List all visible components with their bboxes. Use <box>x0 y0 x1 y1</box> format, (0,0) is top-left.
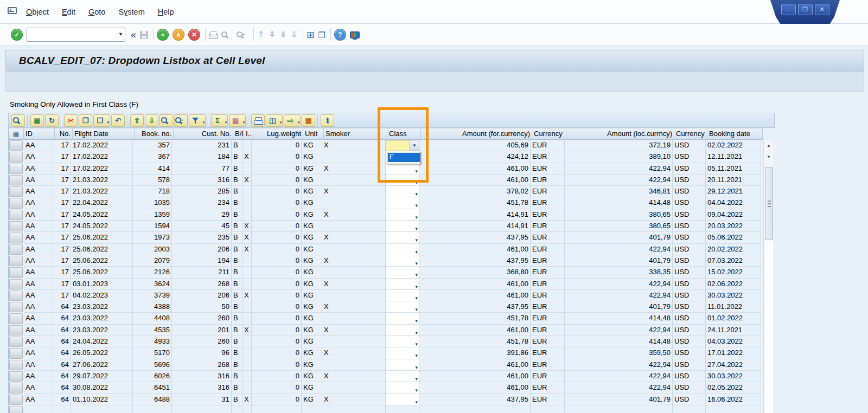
paste-button[interactable]: ❒▾ <box>93 114 110 127</box>
row-selector[interactable] <box>9 198 23 208</box>
row-selector[interactable] <box>9 313 23 324</box>
row-selector[interactable] <box>9 279 23 289</box>
cancel-button[interactable]: ✕ <box>188 29 200 41</box>
dropdown-arrow-icon[interactable]: ▾ <box>415 327 418 336</box>
restore-button[interactable]: ❐ <box>798 4 813 15</box>
row-selector[interactable] <box>9 210 23 220</box>
details-button-glyph[interactable] <box>12 117 20 124</box>
row-selector[interactable] <box>9 302 23 312</box>
col-header-curr1[interactable]: Currency <box>532 128 566 140</box>
menu-item-object[interactable]: Object <box>26 8 49 16</box>
cell-class[interactable]: ▾ <box>386 175 419 186</box>
cell-class[interactable]: ▾ <box>386 197 419 209</box>
scrollbar-thumb[interactable] <box>765 167 773 240</box>
views-button[interactable]: ◫▾ <box>266 114 283 127</box>
dropdown-arrow-icon[interactable]: ▾ <box>415 339 418 347</box>
col-header-bookdate[interactable]: Booking date <box>707 128 763 140</box>
dropdown-arrow-icon[interactable]: ▾ <box>415 166 418 175</box>
cell-class[interactable]: ▾ <box>386 301 419 313</box>
cell-class[interactable]: ▾ <box>386 313 419 324</box>
col-header-no[interactable]: No. <box>55 128 73 140</box>
last-page-icon[interactable]: ⇓ <box>291 30 298 39</box>
dropdown-arrow-icon[interactable]: ▾ <box>415 304 418 313</box>
row-selector[interactable] <box>9 244 23 255</box>
cell-class[interactable]: ▾ <box>386 255 419 267</box>
sort-descending-button[interactable]: ⇩ <box>145 114 158 127</box>
row-selector[interactable] <box>9 152 23 162</box>
col-header-custtype[interactable]: B/I <box>233 128 244 140</box>
dropdown-arrow-icon[interactable]: ▾ <box>415 247 418 255</box>
find-next-icon[interactable]: + <box>236 31 245 38</box>
scrollbar-up-button[interactable]: ▲ <box>764 140 774 151</box>
menu-item-system[interactable]: System <box>118 8 144 16</box>
cut-button[interactable]: ✂ <box>64 114 78 127</box>
row-selector[interactable] <box>9 325 23 335</box>
find-button[interactable] <box>159 114 173 127</box>
cell-class[interactable]: ▾ <box>386 209 419 221</box>
row-selector[interactable] <box>9 233 23 243</box>
cell-class[interactable]: ▾ <box>386 279 419 290</box>
col-header-lugweight[interactable]: Lug.weight <box>253 128 303 140</box>
cell-class[interactable]: ▾ <box>386 336 419 347</box>
class-option-f[interactable]: F <box>388 153 420 162</box>
export-button[interactable]: ⇨▾ <box>284 114 301 127</box>
col-header-invoice[interactable]: I.. <box>244 128 253 140</box>
row-selector[interactable] <box>9 164 23 174</box>
page-down-icon[interactable]: ⇟ <box>279 30 286 39</box>
col-header-custno[interactable]: Cust. No. <box>174 128 233 140</box>
undo-button[interactable]: ↶ <box>111 114 125 127</box>
sap-system-icon[interactable] <box>8 7 17 14</box>
scrollbar-track[interactable] <box>765 241 773 413</box>
cell-class[interactable]: ▾ <box>386 290 419 301</box>
dropdown-arrow-icon[interactable]: ▾ <box>415 235 418 243</box>
gui-settings-icon[interactable] <box>350 31 360 38</box>
new-session-icon[interactable]: ⊞ <box>307 30 314 40</box>
vertical-scrollbar[interactable]: ▲ ▼ <box>763 140 774 413</box>
row-selector[interactable] <box>9 348 23 358</box>
dropdown-arrow-icon[interactable]: ▾ <box>415 293 418 301</box>
col-header-bookno[interactable]: Book. no. <box>135 128 174 140</box>
dropdown-arrow-icon[interactable]: ▾ <box>415 397 418 405</box>
sum-button[interactable]: Σ▾ <box>211 114 228 127</box>
row-selector[interactable] <box>9 406 23 413</box>
details-button[interactable] <box>11 114 25 127</box>
col-header-fldate[interactable]: Flight Date <box>73 128 135 140</box>
find-next-button-glyph[interactable]: + <box>175 117 183 124</box>
cell-class[interactable]: ▾ <box>386 347 419 359</box>
select-all-button[interactable]: ▦ <box>9 128 24 140</box>
cell-class[interactable]: ▾ <box>386 382 419 393</box>
dropdown-arrow-icon[interactable]: ▾ <box>415 281 418 290</box>
dropdown-arrow-icon[interactable]: ▾ <box>415 350 418 359</box>
print-icon[interactable] <box>209 31 217 38</box>
row-selector[interactable] <box>9 256 23 266</box>
choose-layout-button[interactable]: ▦ <box>302 114 315 127</box>
dropdown-arrow-icon[interactable]: ▾ <box>415 373 418 382</box>
col-header-id[interactable]: ID <box>24 128 55 140</box>
filter-button-glyph[interactable] <box>192 117 199 124</box>
cell-class[interactable]: ▾ <box>386 394 419 405</box>
class-dropdown-button[interactable]: ▼ <box>410 140 419 151</box>
copy-button[interactable]: ❐ <box>79 114 92 127</box>
first-page-icon[interactable]: ⇑ <box>257 30 264 39</box>
sort-ascending-button[interactable]: ⇧ <box>130 114 144 127</box>
col-header-unit[interactable]: Unit <box>303 128 324 140</box>
find-next-button[interactable]: + <box>174 114 188 127</box>
cell-class[interactable]: ▾ <box>386 359 419 371</box>
row-selector[interactable] <box>9 175 23 185</box>
exit-button[interactable]: ∧ <box>173 29 184 41</box>
page-up-icon[interactable]: ⇞ <box>269 30 276 39</box>
row-selector[interactable] <box>9 371 23 382</box>
cell-class[interactable]: ▾ <box>386 221 419 232</box>
subtotals-button[interactable]: ▨▾ <box>229 114 246 127</box>
row-selector[interactable] <box>9 291 23 301</box>
col-header-smoker[interactable]: Smoker <box>324 128 387 140</box>
cell-class[interactable]: ▼ <box>386 140 419 151</box>
check-entries-button[interactable]: ▣ <box>30 114 44 127</box>
shortcut-icon[interactable]: ❐ <box>318 31 325 39</box>
close-button[interactable]: ✕ <box>815 4 829 15</box>
row-selector[interactable] <box>9 221 23 231</box>
menu-item-help[interactable]: Help <box>158 8 174 16</box>
col-header-amountfor[interactable]: Amount (for.currency) <box>421 128 532 140</box>
dropdown-arrow-icon[interactable]: ▾ <box>415 258 418 267</box>
row-selector[interactable] <box>9 267 23 278</box>
